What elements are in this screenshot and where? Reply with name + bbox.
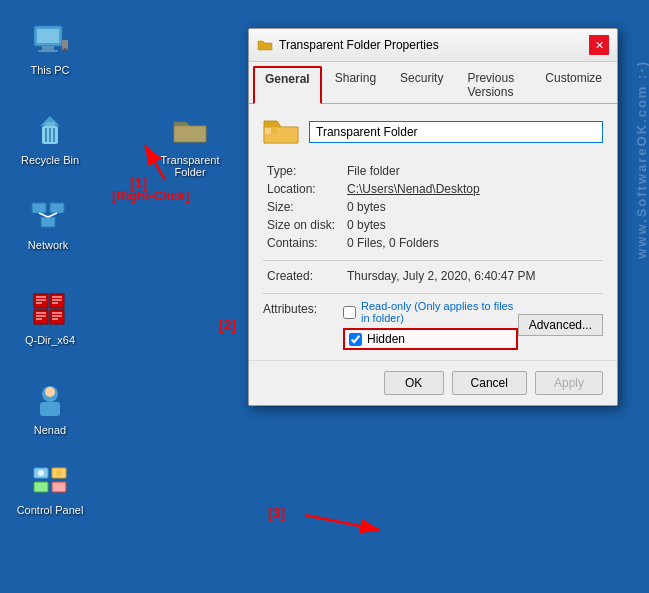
- watermark: www.SoftwareOK.com :-): [634, 60, 649, 259]
- nenad-label: Nenad: [34, 424, 66, 436]
- dialog-title-icon: [257, 37, 273, 53]
- q-dir-icon: [30, 290, 70, 330]
- q-dir-label: Q-Dir_x64: [25, 334, 75, 346]
- control-panel-label: Control Panel: [17, 504, 84, 516]
- this-pc-icon: [30, 20, 70, 60]
- svg-rect-1: [37, 29, 59, 43]
- prop-label-location: Location:: [263, 180, 343, 198]
- annotation-step2: [2]: [219, 317, 236, 333]
- control-panel-icon: [30, 460, 70, 500]
- attributes-content: Read-only (Only applies to files in fold…: [343, 300, 603, 350]
- attrs-inner: Read-only (Only applies to files in fold…: [343, 300, 603, 350]
- desktop-icon-nenad[interactable]: Nenad: [10, 380, 90, 436]
- hidden-checkbox[interactable]: [349, 333, 362, 346]
- desktop-icon-recycle-bin[interactable]: Recycle Bin: [10, 110, 90, 166]
- recycle-bin-icon: [30, 110, 70, 150]
- svg-line-47: [305, 515, 380, 530]
- dialog-close-button[interactable]: ✕: [589, 35, 609, 55]
- dialog-buttons: OK Cancel Apply: [249, 360, 617, 405]
- dialog-tabs: General Sharing Security Previous Versio…: [249, 62, 617, 104]
- properties-table: Type: File folder Location: C:\Users\Nen…: [263, 162, 603, 252]
- svg-line-16: [48, 213, 57, 217]
- prop-row-location: Location: C:\Users\Nenad\Desktop: [263, 180, 603, 198]
- prop-value-type: File folder: [343, 162, 603, 180]
- dialog-title-text: Transparent Folder Properties: [279, 38, 439, 52]
- readonly-checkbox[interactable]: [343, 306, 356, 319]
- desktop-icon-network[interactable]: Network: [8, 195, 88, 251]
- prop-row-size: Size: 0 bytes: [263, 198, 603, 216]
- svg-rect-39: [52, 482, 66, 492]
- nenad-icon: [30, 380, 70, 420]
- created-table: Created: Thursday, July 2, 2020, 6:40:47…: [263, 267, 603, 285]
- folder-icon-large: [263, 114, 299, 150]
- svg-point-40: [38, 470, 44, 476]
- readonly-checkbox-row: Read-only (Only applies to files in fold…: [343, 300, 518, 324]
- tab-general[interactable]: General: [253, 66, 322, 104]
- svg-rect-20: [50, 310, 64, 324]
- this-pc-label: This PC: [30, 64, 69, 76]
- annotation-step3: [3]: [268, 505, 285, 521]
- svg-rect-38: [34, 482, 48, 492]
- prop-value-contains: 0 Files, 0 Folders: [343, 234, 603, 252]
- prop-row-contains: Contains: 0 Files, 0 Folders: [263, 234, 603, 252]
- desktop-icon-control-panel[interactable]: Control Panel: [10, 460, 90, 516]
- desktop-icon-this-pc[interactable]: This PC: [10, 20, 90, 76]
- svg-rect-44: [265, 128, 271, 134]
- prop-value-size-on-disk: 0 bytes: [343, 216, 603, 234]
- attributes-label: Attributes:: [263, 300, 343, 316]
- svg-rect-13: [50, 203, 64, 213]
- tab-customize[interactable]: Customize: [534, 66, 613, 103]
- svg-rect-18: [50, 294, 64, 308]
- dialog-titlebar: Transparent Folder Properties ✕: [249, 29, 617, 62]
- folder-name-row: [263, 114, 603, 150]
- prop-label-created: Created:: [263, 267, 343, 285]
- prop-value-location[interactable]: C:\Users\Nenad\Desktop: [343, 180, 603, 198]
- tab-sharing[interactable]: Sharing: [324, 66, 387, 103]
- svg-rect-19: [34, 310, 48, 324]
- cancel-button[interactable]: Cancel: [452, 371, 527, 395]
- dialog-title-left: Transparent Folder Properties: [257, 37, 439, 53]
- ok-button[interactable]: OK: [384, 371, 444, 395]
- svg-rect-3: [38, 50, 58, 52]
- desktop-icon-q-dir[interactable]: Q-Dir_x64: [10, 290, 90, 346]
- folder-name-input[interactable]: [309, 121, 603, 143]
- svg-line-43: [145, 145, 165, 180]
- apply-button[interactable]: Apply: [535, 371, 603, 395]
- prop-value-created: Thursday, July 2, 2020, 6:40:47 PM: [343, 267, 603, 285]
- advanced-button[interactable]: Advanced...: [518, 314, 603, 336]
- svg-rect-12: [32, 203, 46, 213]
- hidden-label: Hidden: [367, 332, 405, 346]
- svg-point-34: [45, 387, 55, 397]
- arrow-step1: [125, 130, 185, 190]
- svg-rect-45: [271, 128, 277, 134]
- svg-line-15: [39, 213, 48, 217]
- prop-label-type: Type:: [263, 162, 343, 180]
- svg-rect-14: [41, 217, 55, 227]
- divider-2: [263, 293, 603, 294]
- prop-row-size-on-disk: Size on disk: 0 bytes: [263, 216, 603, 234]
- prop-label-size-on-disk: Size on disk:: [263, 216, 343, 234]
- tab-security[interactable]: Security: [389, 66, 454, 103]
- recycle-bin-label: Recycle Bin: [21, 154, 79, 166]
- annotation-right-click: [Right-Click]: [112, 188, 189, 203]
- svg-rect-35: [40, 402, 60, 416]
- prop-label-size: Size:: [263, 198, 343, 216]
- tab-previous-versions[interactable]: Previous Versions: [456, 66, 532, 103]
- checkboxes-container: Read-only (Only applies to files in fold…: [343, 300, 518, 350]
- attributes-row: Attributes: Read-only (Only applies to f…: [263, 300, 603, 350]
- svg-rect-17: [34, 294, 48, 308]
- hidden-checkbox-row: Hidden: [343, 328, 518, 350]
- desktop: This PC Recycle Bin Netwo: [0, 0, 649, 593]
- arrow-step3: [300, 505, 390, 545]
- network-label: Network: [28, 239, 68, 251]
- properties-dialog: Transparent Folder Properties ✕ General …: [248, 28, 618, 406]
- readonly-label: Read-only (Only applies to files in fold…: [361, 300, 518, 324]
- prop-label-contains: Contains:: [263, 234, 343, 252]
- divider-1: [263, 260, 603, 261]
- svg-rect-2: [42, 46, 54, 50]
- dialog-content: Type: File folder Location: C:\Users\Nen…: [249, 104, 617, 360]
- prop-value-size: 0 bytes: [343, 198, 603, 216]
- network-icon: [28, 195, 68, 235]
- svg-point-5: [63, 48, 67, 52]
- prop-row-type: Type: File folder: [263, 162, 603, 180]
